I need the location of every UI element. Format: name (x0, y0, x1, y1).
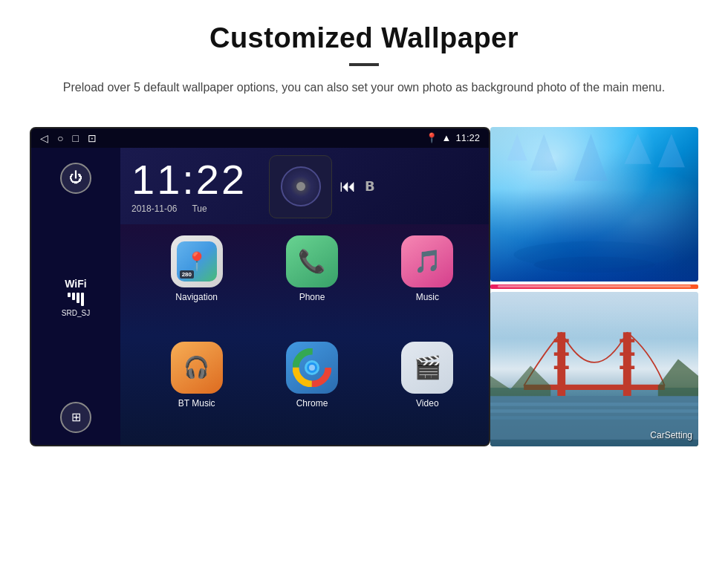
wifi-label: WiFi (62, 278, 90, 290)
back-icon[interactable]: ◁ (40, 132, 48, 144)
svg-point-12 (534, 256, 655, 273)
svg-point-5 (309, 365, 315, 371)
recent-icon[interactable]: □ (72, 132, 78, 144)
device-content: ⏻ WiFi SRD_SJ ⊞ (31, 148, 489, 446)
all-apps-button[interactable]: ⊞ (60, 402, 91, 433)
video-icon (401, 342, 453, 394)
page-wrapper: Customized Wallpaper Preload over 5 defa… (0, 0, 728, 469)
list-item[interactable]: Video (374, 342, 481, 440)
status-left: ◁ ○ □ ⊡ (40, 132, 97, 144)
golden-gate-bg (490, 292, 698, 446)
wallpaper-thumbnail-golden-gate[interactable]: CarSetting (490, 292, 698, 446)
wallpaper-divider (490, 284, 698, 289)
navigation-label: Navigation (175, 292, 218, 302)
wifi-info: WiFi SRD_SJ (62, 278, 90, 317)
location-icon: 📍 (426, 132, 438, 143)
music-center-dot (296, 182, 305, 191)
page-header: Customized Wallpaper Preload over 5 defa… (0, 0, 728, 112)
music-label: Music (416, 292, 439, 302)
list-item[interactable]: Chrome (258, 342, 365, 440)
status-bar: ◁ ○ □ ⊡ 📍 ▲ 11:22 (31, 128, 489, 148)
clock-date-row: 2018-11-06 Tue (131, 204, 247, 214)
phone-icon (286, 235, 338, 287)
status-time: 11:22 (455, 132, 480, 143)
power-button[interactable]: ⏻ (60, 163, 91, 194)
screenshot-icon[interactable]: ⊡ (88, 132, 97, 144)
wifi-status-icon: ▲ (442, 132, 452, 143)
page-subtitle: Preload over 5 default wallpaper options… (59, 78, 669, 97)
ice-cave-bg (490, 127, 698, 282)
wifi-bars (62, 293, 90, 306)
header-divider (349, 63, 379, 66)
music-icon (401, 235, 453, 287)
chrome-label: Chrome (296, 398, 328, 409)
phone-label: Phone (299, 292, 325, 302)
power-icon: ⏻ (69, 170, 82, 186)
device-section: ◁ ○ □ ⊡ 📍 ▲ 11:22 ⏻ (0, 112, 728, 469)
device-main: 11:22 2018-11-06 Tue ⏮ 𝗕 (120, 148, 489, 446)
svg-marker-10 (658, 134, 685, 167)
wifi-bar-3 (77, 293, 79, 303)
svg-rect-25 (490, 416, 698, 420)
clock-date: 2018-11-06 (131, 204, 177, 214)
device-top-row: 11:22 2018-11-06 Tue ⏮ 𝗕 (120, 148, 489, 224)
chrome-icon (286, 342, 338, 394)
bridge-svg (490, 292, 698, 446)
bt-music-label: BT Music (178, 398, 215, 409)
home-icon[interactable]: ○ (57, 132, 63, 144)
svg-rect-19 (620, 352, 634, 356)
navigation-badge: 280 (180, 270, 194, 279)
list-item[interactable]: Phone (258, 235, 365, 334)
status-right: 📍 ▲ 11:22 (426, 132, 480, 143)
page-title: Customized Wallpaper (59, 22, 669, 54)
list-item[interactable]: 280 Navigation (143, 235, 250, 334)
wallpaper-panel: CarSetting (490, 127, 698, 446)
prev-track-button[interactable]: ⏮ (339, 177, 356, 196)
carsetting-label: CarSetting (650, 430, 692, 440)
svg-rect-24 (490, 409, 698, 413)
svg-rect-20 (620, 365, 634, 369)
device-sidebar: ⏻ WiFi SRD_SJ ⊞ (31, 148, 120, 446)
chrome-circle (293, 348, 331, 387)
media-buttons: ⏮ 𝗕 (339, 177, 375, 196)
app-grid: 280 Navigation Phone Music (120, 224, 489, 446)
navigation-icon: 280 (171, 235, 223, 287)
svg-marker-7 (530, 134, 557, 171)
divider-inner (498, 285, 691, 287)
chrome-ring-svg (293, 348, 331, 387)
clock-time: 11:22 (131, 159, 247, 201)
svg-marker-9 (625, 134, 651, 164)
video-label: Video (416, 398, 438, 409)
grid-icon: ⊞ (71, 410, 81, 424)
bt-music-icon (171, 342, 223, 394)
android-device: ◁ ○ □ ⊡ 📍 ▲ 11:22 ⏻ (30, 127, 490, 446)
wallpaper-thumbnail-ice[interactable] (490, 127, 698, 282)
wifi-ssid: SRD_SJ (62, 309, 90, 317)
clock-day: Tue (192, 204, 207, 214)
svg-marker-6 (507, 134, 527, 160)
clock-display: 11:22 2018-11-06 Tue (131, 159, 247, 214)
wifi-bar-4 (81, 293, 84, 306)
bluetooth-media-icon: 𝗕 (365, 178, 375, 195)
music-player-widget[interactable] (269, 155, 332, 218)
svg-rect-15 (554, 352, 569, 356)
list-item[interactable]: Music (374, 235, 481, 334)
ice-cave-svg (490, 127, 698, 282)
svg-rect-23 (490, 403, 698, 406)
wifi-bar-1 (68, 293, 71, 297)
list-item[interactable]: BT Music (143, 342, 250, 440)
svg-rect-16 (554, 365, 569, 369)
wifi-bar-2 (72, 293, 75, 300)
svg-marker-8 (574, 134, 608, 180)
